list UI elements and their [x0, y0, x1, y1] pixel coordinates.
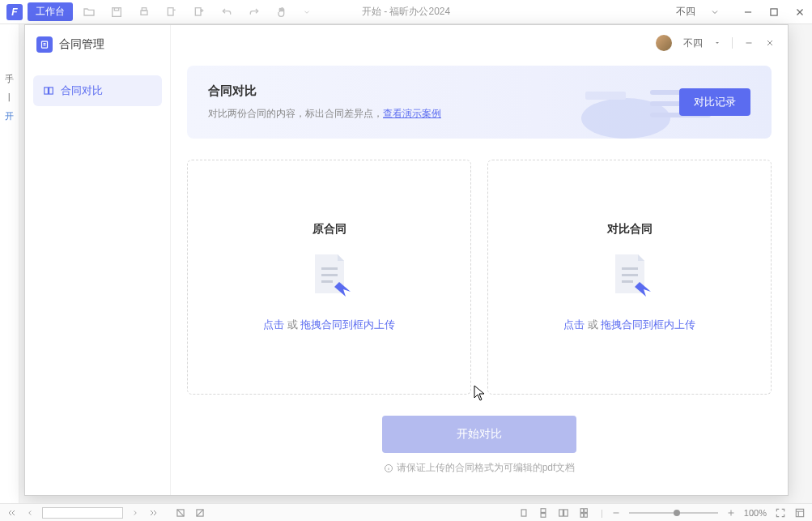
svg-rect-14: [585, 92, 626, 100]
chevron-down-icon[interactable]: [714, 40, 721, 46]
sidebar-header: 合同管理: [33, 36, 162, 53]
redo-icon[interactable]: [248, 6, 261, 19]
svg-rect-8: [45, 88, 49, 94]
zoom-value: 100%: [744, 508, 767, 518]
zoom-in-icon[interactable]: [726, 508, 736, 518]
svg-rect-5: [195, 7, 201, 15]
fit-icon[interactable]: [775, 507, 786, 519]
view-continuous-icon[interactable]: [538, 507, 549, 519]
hand-icon[interactable]: [275, 6, 288, 19]
file-upload-icon: [607, 251, 653, 300]
sidebar-item-label: 合同对比: [61, 83, 103, 98]
history-button[interactable]: 对比记录: [679, 88, 750, 116]
svg-rect-2: [141, 11, 147, 15]
contract-logo-icon: [36, 36, 53, 53]
strip-hand: 手: [0, 73, 19, 85]
upload-row: 原合同 点击 或 拖拽合同到框内上传 对比合同: [187, 160, 772, 395]
maximize-icon[interactable]: [768, 6, 780, 18]
chevron-down-icon[interactable]: [303, 6, 311, 19]
left-panel-strip: 手 丨 开: [0, 24, 19, 503]
quick-toolbar: [83, 6, 311, 19]
export-icon[interactable]: [165, 6, 178, 19]
banner: 合同对比 对比两份合同的内容，标出合同差异点，查看演示案例 对比记录: [187, 66, 772, 139]
info-icon: [384, 463, 393, 473]
svg-rect-25: [541, 508, 546, 512]
svg-rect-27: [559, 509, 563, 515]
svg-rect-16: [321, 274, 338, 276]
svg-rect-18: [622, 267, 638, 270]
card-title: 原合同: [312, 222, 346, 237]
workbench-button[interactable]: 工作台: [28, 2, 73, 21]
open-icon[interactable]: [83, 6, 96, 19]
app-logo-icon: F: [6, 4, 23, 20]
strip-open: 开: [0, 110, 19, 122]
modal-topbar: 不四: [656, 35, 775, 51]
svg-rect-26: [541, 513, 546, 517]
close-icon[interactable]: [765, 38, 775, 48]
svg-rect-19: [622, 274, 638, 276]
minimize-icon[interactable]: [744, 38, 754, 48]
layout-icon-2[interactable]: [194, 507, 206, 519]
compare-icon: [43, 85, 54, 96]
svg-rect-1: [114, 7, 118, 10]
view-facing-cont-icon[interactable]: [578, 507, 593, 519]
svg-rect-31: [580, 513, 584, 517]
svg-rect-28: [564, 509, 568, 515]
modal-sidebar: 合同管理 合同对比: [25, 25, 171, 495]
file-upload-icon: [307, 251, 352, 300]
first-page-icon[interactable]: [6, 508, 18, 518]
avatar[interactable]: [656, 35, 672, 51]
separator: [732, 37, 733, 49]
view-single-icon[interactable]: [518, 507, 529, 519]
strip-sep: 丨: [0, 92, 19, 104]
svg-rect-9: [49, 88, 53, 94]
chevron-down-icon[interactable]: [710, 7, 720, 17]
last-page-icon[interactable]: [147, 508, 159, 518]
titlebar: F 工作台 开始 - 福昕办公2024 不四: [0, 0, 812, 24]
svg-rect-6: [771, 8, 777, 15]
print-icon[interactable]: [138, 6, 151, 19]
prev-page-icon[interactable]: [26, 508, 34, 518]
window-title: 开始 - 福昕办公2024: [362, 5, 450, 19]
svg-rect-32: [585, 513, 588, 517]
card-hint: 点击 或 拖拽合同到框内上传: [263, 318, 395, 332]
statusbar: | 100%: [0, 503, 812, 521]
zoom-slider[interactable]: [629, 512, 718, 514]
titlebar-user[interactable]: 不四: [676, 5, 695, 19]
card-title: 对比合同: [607, 222, 653, 237]
demo-link[interactable]: 查看演示案例: [383, 108, 441, 119]
close-icon[interactable]: [794, 6, 806, 18]
upload-compare[interactable]: 对比合同 点击 或 拖拽合同到框内上传: [487, 160, 772, 395]
save-icon[interactable]: [110, 6, 123, 19]
svg-rect-17: [321, 280, 333, 283]
svg-rect-29: [580, 508, 584, 512]
new-icon[interactable]: [193, 6, 206, 19]
view-facing-icon[interactable]: [557, 507, 570, 519]
start-compare-button[interactable]: 开始对比: [382, 416, 576, 453]
sidebar-item-compare[interactable]: 合同对比: [33, 75, 162, 106]
footnote: 请保证上传的合同格式为可编辑的pdf文档: [187, 461, 772, 475]
svg-rect-30: [585, 508, 588, 512]
page-input[interactable]: [42, 507, 123, 519]
minimize-icon[interactable]: [742, 6, 754, 18]
sidebar-title: 合同管理: [59, 37, 104, 52]
svg-rect-33: [796, 509, 803, 516]
svg-rect-24: [521, 509, 526, 515]
fullscreen-icon[interactable]: [794, 507, 806, 519]
next-page-icon[interactable]: [131, 508, 139, 518]
svg-rect-20: [622, 280, 633, 283]
undo-icon[interactable]: [220, 6, 233, 19]
svg-rect-15: [321, 267, 338, 270]
layout-icon-1[interactable]: [175, 507, 186, 519]
contract-modal: 合同管理 合同对比 不四 合同对比: [24, 24, 789, 496]
modal-content: 不四 合同对比 对比两份合同的内容，标出合同差异点，查看演示案例 对比记录: [171, 25, 788, 495]
svg-rect-3: [142, 7, 146, 10]
svg-rect-0: [113, 7, 121, 16]
svg-rect-4: [168, 7, 173, 15]
upload-original[interactable]: 原合同 点击 或 拖拽合同到框内上传: [187, 160, 471, 395]
zoom-out-icon[interactable]: [611, 508, 621, 518]
card-hint: 点击 或 拖拽合同到框内上传: [563, 318, 695, 332]
modal-user[interactable]: 不四: [683, 36, 703, 50]
